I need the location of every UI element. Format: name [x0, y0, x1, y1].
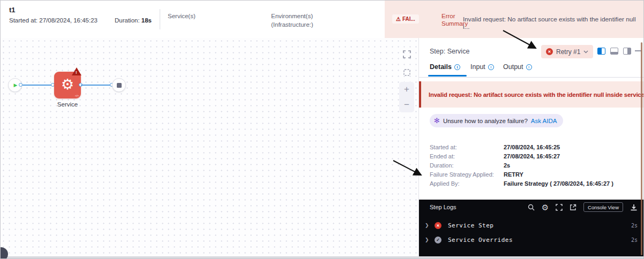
- log-row-service-step[interactable]: ❯ ✕ Service Step 2s: [419, 219, 644, 233]
- step-title: Step: Service: [430, 48, 469, 55]
- services-label: Service(s): [168, 13, 196, 19]
- aida-icon: ✻: [434, 117, 440, 125]
- download-logs-icon[interactable]: [630, 204, 638, 211]
- aida-question-text: Unsure how to analyze failure?: [443, 118, 528, 124]
- success-status-icon: ✓: [435, 237, 441, 243]
- error-summary-message: Invalid request: No artifact source exis…: [463, 16, 642, 31]
- pipeline-title: t1: [9, 6, 16, 14]
- log-row-service-overrides[interactable]: ❯ ✓ Service Overrides 2s: [419, 233, 644, 247]
- canvas-fullscreen-button[interactable]: [399, 47, 414, 62]
- step-details-panel: Step: Service ✕ Retry #1 Details i Input…: [418, 38, 644, 259]
- detail-label: Duration:: [430, 162, 454, 169]
- edge-service-to-end: [81, 85, 111, 86]
- detail-value: Failure Strategy ( 27/08/2024, 16:45:27 …: [504, 180, 613, 187]
- gear-icon: ⚙: [54, 75, 81, 94]
- stop-icon: [117, 83, 122, 88]
- duration-text: Duration: 18s: [81, 17, 152, 24]
- canvas-fit-view-button[interactable]: [399, 65, 414, 80]
- window-bottom-edge: [1, 256, 643, 258]
- detail-value: 27/08/2024, 16:45:25: [504, 144, 560, 150]
- detail-label: Failure Strategy Applied:: [430, 171, 494, 178]
- pipeline-execution-window: t1 Started at: 27/08/2024, 16:45:23 Dura…: [0, 0, 644, 259]
- log-settings-gear-icon[interactable]: ⚙: [542, 203, 549, 211]
- play-icon: ▶: [14, 82, 18, 88]
- tab-output[interactable]: Output i: [503, 63, 532, 71]
- layout-split-left-button[interactable]: [597, 48, 605, 55]
- failed-status-badge: ⚠FAI...: [392, 14, 419, 24]
- end-node[interactable]: [112, 78, 126, 92]
- info-icon: i: [488, 64, 494, 70]
- open-external-icon[interactable]: [570, 204, 576, 211]
- detail-row-applied-by: Applied By: Failure Strategy ( 27/08/202…: [430, 180, 639, 189]
- step-logs-title: Step Logs: [430, 204, 521, 210]
- retry-label: Retry #1: [556, 48, 580, 56]
- log-step-duration: 2s: [631, 223, 638, 228]
- aida-suggestion-pill: ✻ Unsure how to analyze failure? Ask AID…: [430, 114, 563, 127]
- canvas-zoom-controls: + −: [399, 82, 414, 112]
- active-tab-indicator: [428, 75, 467, 77]
- detail-value: 2s: [504, 162, 510, 169]
- info-icon: i: [454, 64, 460, 70]
- layout-dock-bottom-button[interactable]: [610, 48, 618, 55]
- detail-row-started-at: Started at: 27/08/2024, 16:45:25: [430, 144, 639, 153]
- chevron-right-icon[interactable]: ❯: [425, 223, 429, 228]
- tab-details[interactable]: Details i: [430, 63, 460, 71]
- pipeline-canvas[interactable]: ▶ ⚙ ! </> Service: [1, 38, 418, 257]
- info-icon: i: [526, 64, 532, 70]
- tab-input[interactable]: Input i: [470, 63, 494, 71]
- detail-row-duration: Duration: 2s: [430, 162, 639, 171]
- detail-row-ended-at: Ended at: 27/08/2024, 16:45:27: [430, 153, 639, 162]
- expand-logs-icon[interactable]: [556, 204, 563, 211]
- error-summary-banner: ⚠FAI... Error Summary Invalid request: N…: [385, 1, 644, 38]
- header-divider: [160, 9, 160, 29]
- code-icon: </>: [75, 94, 79, 97]
- infrastructure-label: (Infrastructure:): [271, 21, 313, 28]
- execution-header: t1 Started at: 27/08/2024, 16:45:23 Dura…: [1, 1, 644, 38]
- search-icon[interactable]: [528, 204, 535, 211]
- log-step-duration: 2s: [631, 237, 638, 243]
- connector-dot: [19, 83, 23, 87]
- service-step-node[interactable]: ⚙ ! </>: [54, 72, 81, 98]
- detail-value: RETRY: [504, 171, 523, 178]
- node-warning-icon: !: [72, 67, 81, 75]
- tab-input-label: Input: [470, 63, 485, 71]
- detail-label: Applied By:: [430, 180, 460, 187]
- layout-dock-right-button[interactable]: [623, 48, 631, 55]
- zoom-in-button[interactable]: +: [399, 82, 414, 97]
- panel-scrollbar[interactable]: [641, 42, 642, 255]
- environments-label: Environment(s): [271, 13, 313, 19]
- duration-value: 18s: [141, 17, 152, 24]
- failed-circle-icon: ✕: [546, 48, 553, 55]
- detail-label: Ended at:: [430, 153, 455, 159]
- retry-dropdown[interactable]: ✕ Retry #1: [541, 45, 593, 58]
- log-step-name: Service Overrides: [448, 237, 513, 243]
- tab-details-label: Details: [430, 63, 452, 71]
- fit-view-icon: [403, 68, 411, 77]
- failed-status-icon: ✕: [435, 222, 441, 229]
- detail-value: 27/08/2024, 16:45:27: [504, 153, 560, 159]
- warning-icon: ⚠: [396, 16, 401, 22]
- step-error-message: Invalid request: No artifact source exis…: [429, 92, 644, 98]
- service-node-label: Service: [50, 101, 85, 108]
- fullscreen-icon: [403, 50, 411, 58]
- failed-badge-label: FAI...: [402, 16, 415, 22]
- tab-output-label: Output: [503, 63, 523, 71]
- console-view-button[interactable]: Console View: [583, 202, 623, 212]
- step-logs-console: Step Logs ⚙ Console View: [419, 200, 644, 259]
- step-error-strip: Invalid request: No artifact source exis…: [419, 81, 644, 108]
- zoom-out-button[interactable]: −: [399, 97, 414, 113]
- tabs-divider: [419, 77, 644, 78]
- duration-label: Duration:: [115, 17, 141, 24]
- chevron-down-icon: [583, 50, 588, 54]
- step-logs-header: Step Logs ⚙ Console View: [419, 200, 644, 215]
- detail-row-failure-strategy: Failure Strategy Applied: RETRY: [430, 171, 639, 180]
- edge-start-to-service: [23, 85, 53, 86]
- ask-aida-link[interactable]: Ask AIDA: [531, 118, 557, 124]
- chevron-right-icon[interactable]: ❯: [425, 237, 429, 242]
- log-step-name: Service Step: [448, 222, 493, 229]
- detail-label: Started at:: [430, 144, 457, 150]
